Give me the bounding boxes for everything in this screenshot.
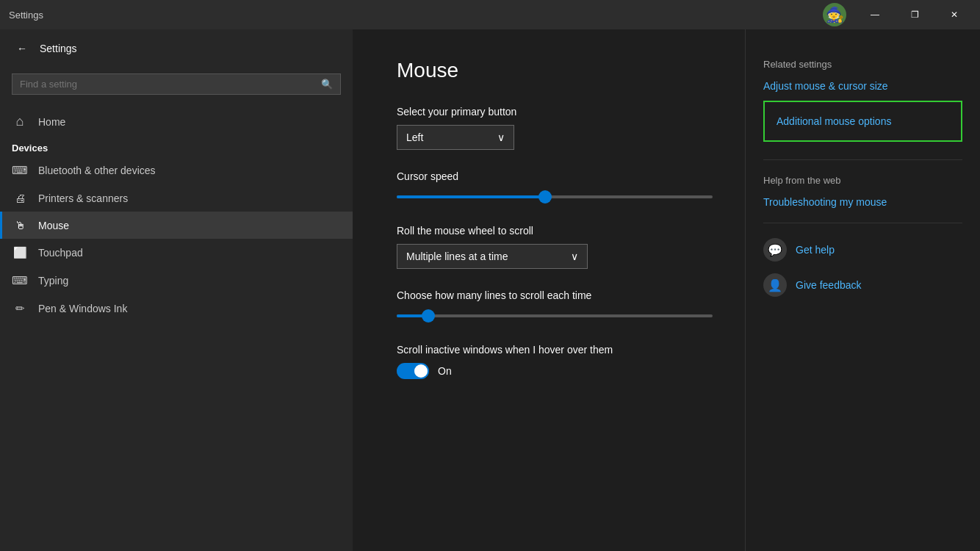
scroll-inactive-toggle[interactable] [397, 363, 429, 379]
troubleshoot-link[interactable]: Troubleshooting my mouse [763, 196, 962, 208]
sidebar-item-touchpad[interactable]: ⬜ Touchpad [0, 239, 353, 267]
scroll-wheel-dropdown[interactable]: Multiple lines at a time ∨ [397, 244, 588, 269]
content-area: Mouse Select your primary button Left ∨ … [353, 29, 745, 551]
get-help-icon: 💬 [763, 238, 787, 262]
adjust-mouse-link[interactable]: Adjust mouse & cursor size [763, 80, 962, 92]
sidebar-item-bluetooth[interactable]: ⌨ Bluetooth & other devices [0, 156, 353, 184]
help-title: Help from the web [763, 175, 962, 186]
search-icon: 🔍 [321, 79, 333, 90]
get-help-label: Get help [796, 244, 835, 256]
lines-scroll-section: Choose how many lines to scroll each tim… [397, 289, 701, 323]
printer-icon: 🖨 [12, 192, 28, 204]
sidebar-item-printers[interactable]: 🖨 Printers & scanners [0, 184, 353, 212]
sidebar-item-label-pen: Pen & Windows Ink [38, 303, 127, 314]
avatar: 🧙 [823, 3, 846, 26]
scroll-inactive-label: Scroll inactive windows when I hover ove… [397, 344, 701, 356]
avatar-icon: 🧙 [826, 6, 844, 24]
sidebar-item-typing[interactable]: ⌨ Typing [0, 267, 353, 295]
search-box[interactable]: 🔍 [12, 73, 341, 95]
bluetooth-icon: ⌨ [12, 164, 28, 177]
primary-button-dropdown[interactable]: Left ∨ [397, 125, 514, 150]
cursor-speed-label: Cursor speed [397, 170, 701, 182]
cursor-speed-section: Cursor speed [397, 170, 701, 204]
scroll-wheel-label: Roll the mouse wheel to scroll [397, 225, 701, 237]
pen-icon: ✏ [12, 302, 28, 315]
titlebar: Settings 🧙 — ❐ ✕ [0, 0, 980, 29]
primary-button-section: Select your primary button Left ∨ [397, 106, 701, 150]
get-help-icon-glyph: 💬 [768, 243, 782, 257]
scroll-wheel-section: Roll the mouse wheel to scroll Multiple … [397, 225, 701, 269]
restore-button[interactable]: ❐ [898, 4, 932, 26]
sidebar-item-label-home: Home [38, 116, 65, 128]
give-feedback-icon: 👤 [763, 273, 787, 297]
lines-scroll-label: Choose how many lines to scroll each tim… [397, 289, 701, 301]
primary-button-label: Select your primary button [397, 106, 701, 118]
toggle-knob [414, 364, 428, 378]
sidebar-item-pen[interactable]: ✏ Pen & Windows Ink [0, 295, 353, 323]
sidebar-item-label-mouse: Mouse [38, 220, 69, 231]
sidebar-item-home[interactable]: ⌂ Home [0, 107, 353, 137]
related-settings-title: Related settings [763, 59, 962, 70]
lines-scroll-thumb[interactable] [422, 309, 435, 323]
panel-divider-2 [763, 223, 962, 223]
panel-divider-1 [763, 159, 962, 160]
home-icon: ⌂ [12, 114, 28, 129]
sidebar-item-label-bluetooth: Bluetooth & other devices [38, 165, 156, 176]
give-feedback-label: Give feedback [796, 279, 862, 291]
page-title: Mouse [397, 59, 701, 82]
titlebar-left: Settings [9, 10, 43, 21]
get-help-link[interactable]: 💬 Get help [763, 238, 962, 262]
right-panel: Related settings Adjust mouse & cursor s… [745, 29, 980, 551]
typing-icon: ⌨ [12, 274, 28, 287]
scroll-wheel-value: Multiple lines at a time [406, 251, 508, 262]
back-button[interactable]: ← [12, 38, 32, 59]
sidebar: ← Settings 🔍 ⌂ Home Devices ⌨ Bluetooth … [0, 29, 353, 551]
cursor-speed-slider[interactable] [397, 190, 713, 204]
primary-button-chevron: ∨ [497, 132, 505, 143]
sidebar-header: ← Settings [0, 29, 353, 68]
mouse-icon: 🖱 [12, 219, 28, 231]
additional-mouse-options-link[interactable]: Additional mouse options [763, 101, 962, 142]
scroll-inactive-value: On [438, 365, 452, 377]
sidebar-section-label: Devices [0, 137, 353, 156]
cursor-speed-track [397, 195, 713, 198]
primary-button-value: Left [406, 132, 423, 143]
scroll-inactive-toggle-container: On [397, 363, 701, 379]
sidebar-item-label-touchpad: Touchpad [38, 247, 83, 259]
close-button[interactable]: ✕ [937, 4, 971, 26]
touchpad-icon: ⬜ [12, 246, 28, 259]
give-feedback-icon-glyph: 👤 [768, 278, 782, 292]
scroll-wheel-chevron: ∨ [571, 251, 578, 262]
sidebar-item-mouse[interactable]: 🖱 Mouse [0, 212, 353, 239]
main-layout: ← Settings 🔍 ⌂ Home Devices ⌨ Bluetooth … [0, 29, 980, 551]
cursor-speed-fill [397, 195, 545, 198]
scroll-inactive-section: Scroll inactive windows when I hover ove… [397, 344, 701, 379]
lines-scroll-slider[interactable] [397, 309, 713, 323]
lines-scroll-track [397, 314, 713, 317]
cursor-speed-thumb[interactable] [538, 190, 552, 204]
sidebar-app-title: Settings [40, 43, 77, 54]
sidebar-item-label-printers: Printers & scanners [38, 192, 128, 204]
titlebar-title: Settings [9, 10, 43, 21]
give-feedback-link[interactable]: 👤 Give feedback [763, 273, 962, 297]
minimize-button[interactable]: — [858, 4, 892, 26]
search-input[interactable] [20, 79, 315, 90]
sidebar-item-label-typing: Typing [38, 275, 68, 287]
